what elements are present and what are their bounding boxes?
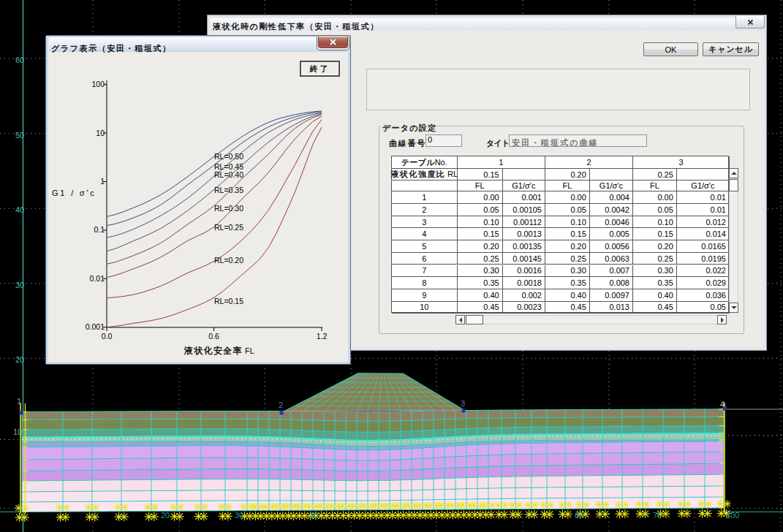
- svg-text:RL=0.20: RL=0.20: [214, 256, 243, 265]
- svg-text:100: 100: [91, 80, 105, 88]
- svg-text:RL=0.25: RL=0.25: [214, 223, 243, 232]
- svg-text:10: 10: [96, 129, 105, 137]
- svg-text:RL=0.35: RL=0.35: [214, 186, 243, 194]
- svg-text:0.001: 0.001: [86, 322, 105, 331]
- svg-text:0.01: 0.01: [90, 274, 105, 283]
- svg-text:RL=0.40: RL=0.40: [214, 170, 243, 179]
- svg-text:RL=0.50: RL=0.50: [214, 152, 243, 161]
- svg-text:0.0: 0.0: [102, 332, 113, 341]
- svg-text:0.1: 0.1: [94, 225, 105, 234]
- svg-text:RL=0.30: RL=0.30: [214, 204, 243, 213]
- svg-text:0.6: 0.6: [208, 332, 219, 341]
- svg-text:1.2: 1.2: [317, 332, 328, 341]
- svg-text:RL=0.15: RL=0.15: [214, 297, 243, 305]
- svg-text:G1 / σ'c: G1 / σ'c: [52, 189, 97, 197]
- svg-text:1: 1: [100, 177, 105, 186]
